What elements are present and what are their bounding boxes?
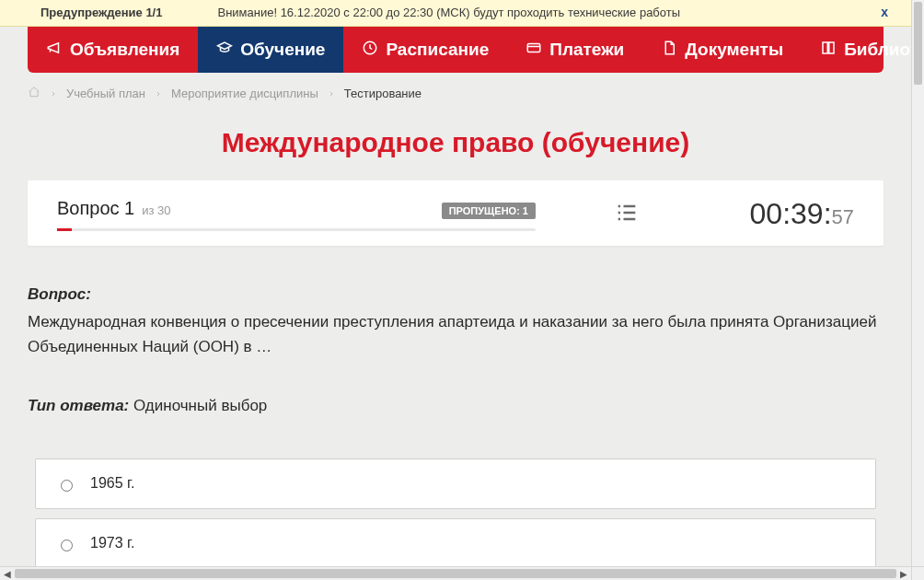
nav-schedule-label: Расписание xyxy=(386,40,489,60)
warning-title: Предупреждение 1/1 xyxy=(40,6,162,19)
chevron-right-icon xyxy=(50,87,57,100)
nav-library-label: Библиотека xyxy=(844,40,911,60)
answer-type-label: Тип ответа: xyxy=(28,397,129,414)
nav-learning[interactable]: Обучение xyxy=(198,27,343,73)
svg-rect-1 xyxy=(527,43,540,52)
nav-documents[interactable]: Документы xyxy=(642,27,802,73)
graduation-cap-icon xyxy=(216,40,233,61)
question-total: из 30 xyxy=(142,203,170,217)
scroll-right-icon[interactable]: ▶ xyxy=(896,567,911,580)
status-bar: Вопрос 1 из 30 ПРОПУЩЕНО: 1 00:39: 57 xyxy=(28,180,884,246)
nav-payments-label: Платежи xyxy=(549,40,624,60)
question-list-icon[interactable] xyxy=(614,200,640,229)
nav-announcements[interactable]: Объявления xyxy=(28,27,198,73)
nav-payments[interactable]: Платежи xyxy=(507,27,642,73)
clock-icon xyxy=(362,40,378,61)
timer-seconds: 57 xyxy=(832,205,854,229)
close-icon[interactable]: x xyxy=(881,5,888,19)
skipped-badge: ПРОПУЩЕНО: 1 xyxy=(442,203,536,219)
answer-type-value: Одиночный выбор xyxy=(129,397,267,414)
option-1-radio[interactable] xyxy=(61,480,73,492)
vertical-scrollbar[interactable] xyxy=(911,0,924,566)
horizontal-scrollbar[interactable]: ◀ ▶ xyxy=(0,566,911,580)
option-2[interactable]: 1973 г. xyxy=(35,518,876,566)
question-text: Международная конвенция о пресечении пре… xyxy=(28,310,884,359)
nav-library[interactable]: Библиотека xyxy=(802,27,911,73)
option-2-label: 1973 г. xyxy=(90,532,134,555)
nav-schedule[interactable]: Расписание xyxy=(343,27,507,73)
timer-main: 00:39: xyxy=(750,197,832,231)
scroll-left-icon[interactable]: ◀ xyxy=(0,567,15,580)
file-icon xyxy=(661,40,677,61)
breadcrumb-plan[interactable]: Учебный план xyxy=(66,87,145,100)
options-list: 1965 г. 1973 г. xyxy=(35,458,876,566)
scrollbar-corner xyxy=(911,566,924,580)
nav-documents-label: Документы xyxy=(685,40,783,60)
nav-announcements-label: Объявления xyxy=(70,40,179,60)
warning-message: Внимание! 16.12.2020 с 22:00 до 22:30 (М… xyxy=(217,6,898,19)
horizontal-scroll-thumb[interactable] xyxy=(15,569,896,578)
option-1-label: 1965 г. xyxy=(90,472,134,495)
timer: 00:39: 57 xyxy=(750,197,854,231)
question-label: Вопрос: xyxy=(28,285,91,303)
warning-bar: Предупреждение 1/1 Внимание! 16.12.2020 … xyxy=(0,0,911,27)
breadcrumb: Учебный план Мероприятие дисциплины Тест… xyxy=(28,86,884,101)
chevron-right-icon xyxy=(155,87,162,100)
nav-learning-label: Обучение xyxy=(240,40,325,60)
progress-fill xyxy=(57,228,72,231)
breadcrumb-current: Тестирование xyxy=(344,87,422,100)
card-icon xyxy=(526,40,542,61)
chevron-right-icon xyxy=(328,87,335,100)
megaphone-icon xyxy=(46,40,63,61)
question-area: Вопрос: Международная конвенция о пресеч… xyxy=(28,283,884,566)
main-nav: Объявления Обучение Расписание Платежи Д… xyxy=(28,27,884,73)
breadcrumb-event[interactable]: Мероприятие дисциплины xyxy=(171,87,318,100)
book-icon xyxy=(820,40,837,61)
question-number: Вопрос 1 xyxy=(57,198,134,219)
vertical-scroll-thumb[interactable] xyxy=(914,2,922,85)
progress-bar xyxy=(57,228,536,231)
option-2-radio[interactable] xyxy=(61,539,73,551)
home-icon[interactable] xyxy=(28,86,40,101)
option-1[interactable]: 1965 г. xyxy=(35,458,876,509)
page-title: Международное право (обучение) xyxy=(0,127,911,158)
